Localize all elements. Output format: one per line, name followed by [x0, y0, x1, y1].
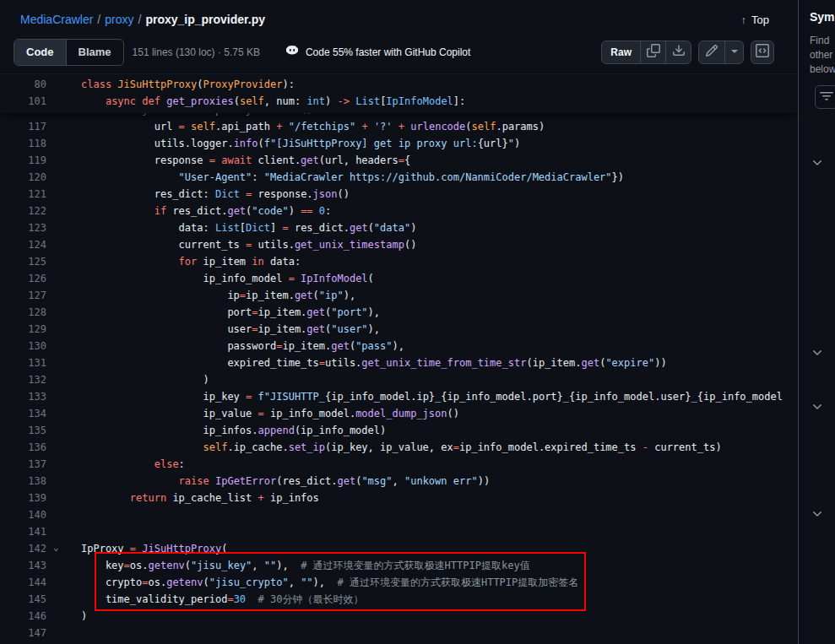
- code-line: 101 async def get_proxies(self, num: int…: [0, 93, 798, 110]
- line-number[interactable]: 145: [0, 591, 46, 608]
- line-number[interactable]: 136: [0, 439, 46, 456]
- code-token: get_unix_timestamp: [295, 239, 404, 251]
- breadcrumb: MediaCrawler/proxy/proxy_ip_provider.py: [20, 13, 265, 26]
- copilot-banner[interactable]: Code 55% faster with GitHub Copilot: [285, 44, 470, 60]
- line-number[interactable]: 143: [0, 557, 46, 574]
- line-number[interactable]: 132: [0, 371, 46, 388]
- code-line: 123 data: List[Dict] = res_dict.get("dat…: [0, 219, 798, 236]
- line-number[interactable]: 130: [0, 338, 46, 354]
- line-number[interactable]: 117: [0, 118, 46, 135]
- symbols-panel-toggle-button[interactable]: [751, 41, 774, 64]
- code-token: get: [306, 306, 325, 318]
- code-token: get_proxies: [166, 95, 233, 107]
- fold-chevron-icon[interactable]: ⌄: [53, 539, 59, 556]
- code-token: ):: [282, 78, 294, 90]
- line-number[interactable]: 128: [0, 304, 46, 321]
- edit-file-button[interactable]: [699, 41, 724, 63]
- tab-blame[interactable]: Blame: [66, 40, 123, 65]
- code-token: url: [81, 121, 179, 133]
- breadcrumb-repo-link[interactable]: MediaCrawler: [20, 13, 93, 26]
- code-token: get: [306, 323, 325, 335]
- line-number[interactable]: 147: [0, 625, 46, 641]
- code-text: url = self.api_path + "/fetchips" + '?' …: [46, 118, 545, 135]
- copilot-icon: [285, 44, 299, 60]
- line-number[interactable]: 144: [0, 574, 46, 591]
- line-number[interactable]: 129: [0, 321, 46, 338]
- line-number[interactable]: 131: [0, 354, 46, 371]
- code-token: :: [325, 205, 331, 217]
- scroll-to-top-button[interactable]: ↑ Top: [736, 13, 774, 27]
- line-number[interactable]: 101: [0, 93, 46, 110]
- line-number[interactable]: 141: [0, 523, 46, 540]
- edit-file-group: [698, 41, 744, 64]
- line-number[interactable]: 80: [0, 76, 46, 93]
- line-number[interactable]: 125: [0, 253, 46, 270]
- line-number[interactable]: 126: [0, 270, 46, 287]
- line-number[interactable]: 139: [0, 490, 46, 506]
- code-token: get: [581, 357, 599, 369]
- tab-code[interactable]: Code: [14, 40, 66, 65]
- symbol-tree-chevron-icon[interactable]: [811, 507, 824, 521]
- code-line: 118 utils.logger.info(f"[JiSuHttpProxy] …: [0, 135, 798, 152]
- code-token: ): [410, 222, 416, 234]
- line-number[interactable]: 123: [0, 219, 46, 236]
- code-text: self.ip_cache.set_ip(ip_key, ip_value, e…: [46, 439, 722, 456]
- symbol-tree-chevron-icon[interactable]: [811, 346, 824, 360]
- line-number[interactable]: 146: [0, 608, 46, 625]
- code-token: Dict: [246, 222, 270, 234]
- raw-copy-download-group: Raw: [601, 41, 691, 64]
- code-token: "msg": [361, 475, 392, 487]
- code-token: '?': [374, 121, 393, 133]
- line-number[interactable]: 121: [0, 186, 46, 203]
- line-number[interactable]: 120: [0, 169, 46, 186]
- line-number[interactable]: 134: [0, 405, 46, 422]
- code-token: .ip_cache.: [227, 441, 288, 453]
- line-number[interactable]: 142: [0, 540, 46, 557]
- line-number[interactable]: 140: [0, 506, 46, 523]
- code-token: def: [142, 95, 160, 107]
- line-number[interactable]: 119: [0, 152, 46, 169]
- symbol-tree-chevron-icon[interactable]: [811, 156, 824, 170]
- code-text: ): [46, 608, 87, 625]
- code-text: class JiSuHttpProxy(ProxyProvider):: [46, 76, 295, 93]
- code-line: 147: [0, 625, 798, 641]
- code-token: =: [258, 408, 264, 419]
- code-token: (res_dict.: [276, 475, 337, 487]
- line-number[interactable]: 122: [0, 203, 46, 219]
- raw-button[interactable]: Raw: [602, 41, 640, 63]
- line-number[interactable]: 133: [0, 388, 46, 405]
- code-line: 117 url = self.api_path + "/fetchips" + …: [0, 118, 798, 135]
- edit-options-dropdown-button[interactable]: [724, 41, 743, 63]
- code-token: (: [258, 138, 264, 149]
- line-number[interactable]: 127: [0, 287, 46, 304]
- symbols-filter-button[interactable]: [815, 85, 835, 109]
- code-token: ip_item.: [258, 323, 307, 335]
- code-token: [81, 205, 155, 217]
- copy-raw-content-button[interactable]: [640, 41, 665, 63]
- line-number[interactable]: 135: [0, 422, 46, 439]
- code-token: [240, 188, 246, 200]
- code-token: [81, 441, 203, 453]
- code-token: current_ts: [81, 239, 246, 251]
- code-token: "jisu_key": [191, 560, 252, 571]
- code-token: "MediaCrawler https://github.com/NanmiCo…: [264, 171, 612, 183]
- code-token: (): [447, 408, 459, 419]
- code-token: info: [234, 138, 258, 149]
- code-line: 146): [0, 608, 798, 625]
- code-token: "/fetchips": [289, 121, 355, 133]
- code-token: ): [81, 374, 209, 386]
- symbol-tree-chevron-icon[interactable]: [811, 400, 824, 414]
- line-number[interactable]: 138: [0, 473, 46, 490]
- code-text: ip_infos.append(ip_info_model): [46, 422, 386, 439]
- code-token: # 通过环境变量的方式获取极速HTTPIP提取加密签名: [338, 576, 579, 588]
- code-square-icon: [756, 44, 769, 60]
- download-raw-file-button[interactable]: [665, 41, 691, 63]
- line-number[interactable]: 124: [0, 236, 46, 253]
- code-token: ,: [289, 576, 301, 588]
- breadcrumb-folder-link[interactable]: proxy: [105, 13, 133, 26]
- code-text: async def get_proxies(self, num: int) ->…: [46, 93, 465, 110]
- code-text: current_ts = utils.get_unix_timestamp(): [46, 236, 416, 253]
- line-number[interactable]: 137: [0, 456, 46, 473]
- code-text: [46, 523, 81, 540]
- line-number[interactable]: 118: [0, 135, 46, 152]
